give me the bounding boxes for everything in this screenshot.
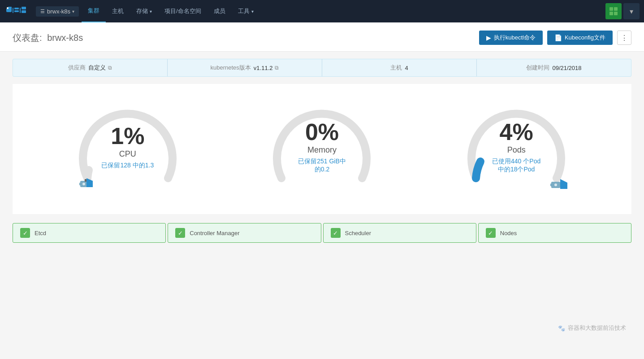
status-nodes[interactable]: ✓ Nodes: [478, 223, 631, 243]
pods-icon: [550, 175, 568, 194]
controller-manager-label: Controller Manager: [190, 230, 239, 236]
app-logo: [4, 3, 31, 19]
etcd-check-icon: ✓: [20, 228, 30, 238]
svg-point-22: [554, 184, 557, 186]
pods-gauge-center: 4% Pods 已使用440 个Pod中的18个Pod: [489, 120, 543, 174]
memory-label: Memory: [295, 145, 349, 155]
cluster-selector-chevron: ▾: [72, 9, 74, 14]
memory-gauge: 0% Memory 已保留251 GiB中的0.2: [255, 93, 389, 201]
memory-gauge-center: 0% Memory 已保留251 GiB中的0.2: [295, 120, 349, 174]
kubeconfig-button[interactable]: 📄 Kubeconfig文件: [547, 31, 613, 45]
pods-gauge-wrapper: 4% Pods 已使用440 个Pod中的18个Pod: [462, 93, 570, 201]
cpu-gauge-wrapper: 1% CPU 已保留128 中的1.3: [74, 93, 182, 201]
svg-rect-2: [8, 7, 12, 9]
memory-percent: 0%: [295, 120, 349, 144]
cpu-sub: 已保留128 中的1.3: [101, 162, 154, 170]
svg-rect-15: [79, 183, 81, 185]
nav-grid-icon[interactable]: [605, 3, 622, 19]
memory-sub: 已保留251 GiB中的0.2: [295, 158, 349, 174]
kubectl-button[interactable]: ▶ 执行kubectl命令: [479, 31, 543, 45]
status-controller-manager[interactable]: ✓ Controller Manager: [168, 223, 321, 243]
svg-marker-16: [86, 178, 93, 187]
svg-rect-9: [22, 10, 26, 13]
nav-item-hosts[interactable]: 主机: [106, 0, 130, 22]
cpu-gauge-center: 1% CPU 已保留128 中的1.3: [101, 124, 154, 170]
cpu-label: CPU: [101, 149, 154, 159]
svg-point-17: [82, 183, 85, 185]
svg-point-3: [7, 7, 9, 9]
nodes-label: Nodes: [500, 230, 517, 236]
svg-rect-7: [20, 8, 21, 13]
svg-rect-18: [85, 179, 86, 182]
scheduler-label: Scheduler: [345, 230, 372, 236]
nav-item-projects[interactable]: 项目/命名空间: [158, 0, 207, 22]
page-header: 仪表盘: brwx-k8s ▶ 执行kubectl命令 📄 Kubeconfig…: [0, 22, 644, 52]
cluster-selector-name: brwx-k8s: [47, 8, 70, 15]
nav-more-icon[interactable]: ▾: [623, 3, 640, 19]
pods-sub: 已使用440 个Pod中的18个Pod: [489, 158, 543, 174]
status-scheduler[interactable]: ✓ Scheduler: [323, 223, 476, 243]
nav-item-tools[interactable]: 工具 ▾: [232, 0, 260, 22]
nav-right: ▾: [604, 3, 640, 19]
cpu-icon: [78, 175, 95, 193]
info-hosts: 主机 4: [322, 59, 476, 76]
copy-k8s-icon[interactable]: ⧉: [275, 65, 279, 71]
svg-rect-10: [609, 7, 613, 11]
cpu-percent: 1%: [101, 124, 154, 148]
tools-chevron: ▾: [251, 9, 254, 14]
status-etcd[interactable]: ✓ Etcd: [13, 223, 166, 243]
svg-rect-8: [22, 7, 26, 9]
pods-percent: 4%: [489, 120, 543, 144]
cpu-gauge: 1% CPU 已保留128 中的1.3: [61, 93, 195, 201]
copy-provider-icon[interactable]: ⧉: [108, 65, 112, 71]
nav-item-cluster[interactable]: 集群: [82, 0, 106, 22]
info-provider: 供应商 自定义 ⧉: [13, 59, 167, 76]
top-nav: ☰ brwx-k8s ▾ 集群 主机 存储 ▾ 项目/命名空间 成员 工具 ▾: [0, 0, 644, 22]
more-button[interactable]: ⋮: [617, 31, 631, 45]
svg-rect-13: [614, 12, 618, 15]
svg-rect-12: [609, 12, 613, 15]
svg-rect-4: [13, 8, 13, 13]
gauges-section: 1% CPU 已保留128 中的1.3 0%: [13, 84, 631, 214]
nodes-check-icon: ✓: [486, 228, 496, 238]
cluster-selector[interactable]: ☰ brwx-k8s ▾: [36, 6, 79, 17]
status-bar: ✓ Etcd ✓ Controller Manager ✓ Scheduler …: [13, 223, 631, 243]
info-created-at: 创建时间 09/21/2018: [476, 59, 631, 76]
pods-gauge: 4% Pods 已使用440 个Pod中的18个Pod: [449, 93, 583, 201]
info-k8s-version: kubernetes版本 v1.11.2 ⧉: [167, 59, 322, 76]
scheduler-check-icon: ✓: [331, 228, 341, 238]
svg-rect-20: [550, 184, 552, 186]
svg-rect-5: [14, 8, 19, 9]
controller-manager-check-icon: ✓: [175, 228, 185, 238]
terminal-icon: ▶: [486, 34, 491, 41]
nav-item-members[interactable]: 成员: [207, 0, 232, 22]
nav-item-storage[interactable]: 存储 ▾: [130, 0, 158, 22]
nav-items: 集群 主机 存储 ▾ 项目/命名空间 成员 工具 ▾: [82, 0, 604, 22]
svg-rect-6: [14, 10, 19, 12]
header-actions: ▶ 执行kubectl命令 📄 Kubeconfig文件 ⋮: [479, 31, 631, 45]
pods-label: Pods: [489, 145, 543, 155]
cluster-selector-icon: ☰: [40, 9, 45, 14]
info-bar: 供应商 自定义 ⧉ kubernetes版本 v1.11.2 ⧉ 主机 4 创建…: [13, 59, 631, 77]
svg-rect-11: [614, 7, 618, 11]
memory-gauge-wrapper: 0% Memory 已保留251 GiB中的0.2: [268, 93, 376, 201]
storage-chevron: ▾: [150, 9, 152, 14]
page-title: 仪表盘: brwx-k8s: [13, 32, 83, 44]
file-icon: 📄: [554, 34, 562, 41]
etcd-label: Etcd: [35, 230, 46, 236]
